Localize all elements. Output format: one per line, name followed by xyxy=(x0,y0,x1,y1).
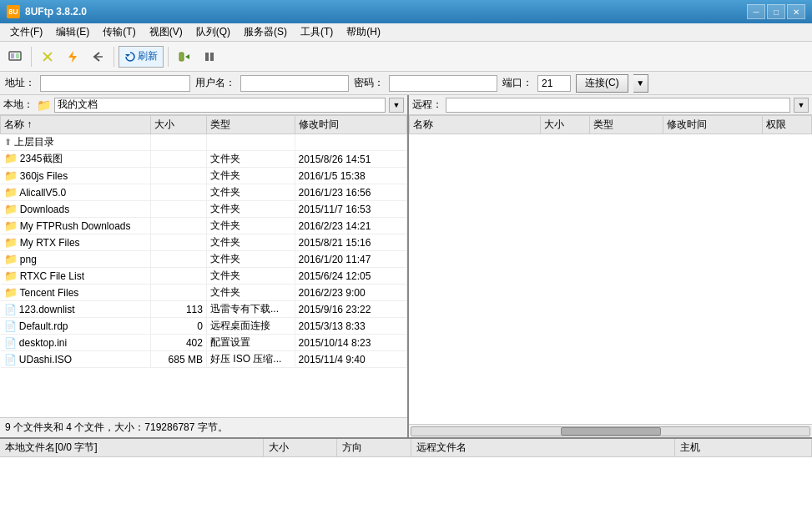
col-date-header[interactable]: 修改时间 xyxy=(295,116,406,134)
remote-col-type[interactable]: 类型 xyxy=(589,116,663,134)
file-type: 文件夹 xyxy=(206,251,295,268)
menu-help[interactable]: 帮助(H) xyxy=(340,23,387,41)
toolbar-back-btn[interactable] xyxy=(86,45,109,68)
remote-path-dropdown[interactable]: ▼ xyxy=(794,98,809,113)
table-row[interactable]: 📁 My RTX Files 文件夹 2015/8/21 15:16 xyxy=(1,234,407,251)
svg-marker-5 xyxy=(68,51,77,63)
minimize-button[interactable]: ─ xyxy=(747,4,765,19)
remote-col-name[interactable]: 名称 xyxy=(410,116,541,134)
file-size: 0 xyxy=(150,318,206,335)
remote-col-date[interactable]: 修改时间 xyxy=(663,116,762,134)
col-type-header[interactable]: 类型 xyxy=(206,116,295,134)
file-date: 2015/3/13 8:33 xyxy=(295,318,406,335)
connect-dropdown[interactable]: ▼ xyxy=(633,74,648,93)
remote-hscroll-thumb[interactable] xyxy=(561,427,661,436)
pass-input[interactable] xyxy=(389,75,497,92)
file-type: 文件夹 xyxy=(206,201,295,218)
app-icon: 8U xyxy=(7,5,20,18)
table-row[interactable]: 📄 Default.rdp 0 远程桌面连接 2015/3/13 8:33 xyxy=(1,318,407,335)
file-date: 2015/6/24 12:05 xyxy=(295,268,406,285)
connect-button[interactable]: 连接(C) xyxy=(576,74,628,93)
remote-table-header: 名称 大小 类型 修改时间 权限 xyxy=(410,116,812,134)
user-input[interactable] xyxy=(240,75,349,92)
table-row[interactable]: 📁 AlicallV5.0 文件夹 2016/1/23 16:56 xyxy=(1,184,407,201)
addr-label: 地址： xyxy=(5,76,35,90)
table-row[interactable]: ⬆ 上层目录 xyxy=(1,134,407,151)
toolbar-connect-btn[interactable] xyxy=(3,45,27,68)
remote-panel-header: 远程： ▼ xyxy=(409,95,812,115)
file-name: 📁 Tencent Files xyxy=(1,285,151,301)
file-type: 文件夹 xyxy=(206,151,295,168)
remote-col-perm[interactable]: 权限 xyxy=(762,116,811,134)
queue-col-dir: 方向 xyxy=(337,439,411,456)
menu-tools[interactable]: 工具(T) xyxy=(294,23,340,41)
file-type: 文件夹 xyxy=(206,268,295,285)
table-row[interactable]: 📁 Tencent Files 文件夹 2016/2/23 9:00 xyxy=(1,285,407,301)
file-name: 📄 desktop.ini xyxy=(1,335,151,351)
col-size-header[interactable]: 大小 xyxy=(150,116,206,134)
file-type xyxy=(206,134,295,151)
close-button[interactable]: ✕ xyxy=(787,4,805,19)
table-row[interactable]: 📁 png 文件夹 2016/1/20 11:47 xyxy=(1,251,407,268)
svg-marker-8 xyxy=(185,54,189,59)
titlebar-left: 8U 8UFtp 3.8.2.0 xyxy=(7,5,87,18)
file-date: 2015/9/16 23:22 xyxy=(295,301,406,318)
addr-input[interactable] xyxy=(40,75,190,92)
table-row[interactable]: 📁 360js Files 文件夹 2016/1/5 15:38 xyxy=(1,168,407,184)
toolbar-disconnect-btn[interactable] xyxy=(36,45,59,68)
table-row[interactable]: 📄 UDashi.ISO 685 MB 好压 ISO 压缩... 2015/11… xyxy=(1,351,407,368)
remote-path-input[interactable] xyxy=(446,98,790,113)
local-panel: 本地： 📁 ▼ 名称 ↑ 大小 类型 修改时间 xyxy=(0,95,409,437)
svg-rect-10 xyxy=(210,53,214,61)
menu-edit[interactable]: 编辑(E) xyxy=(49,23,96,41)
local-file-list: 名称 ↑ 大小 类型 修改时间 ⬆ 上层目录 📁 2345截图 文件夹 2015… xyxy=(0,115,407,417)
remote-col-size[interactable]: 大小 xyxy=(540,116,589,134)
remote-hscroll-bar[interactable] xyxy=(411,426,810,436)
file-size: 685 MB xyxy=(150,351,206,368)
toolbar-refresh-btn[interactable]: 刷新 xyxy=(119,46,164,68)
port-input[interactable] xyxy=(537,75,571,92)
table-row[interactable]: 📄 123.downlist 113 迅雷专有下载... 2015/9/16 2… xyxy=(1,301,407,318)
remote-file-list: 名称 大小 类型 修改时间 权限 xyxy=(409,115,812,424)
file-type: 文件夹 xyxy=(206,184,295,201)
toolbar-pause-btn[interactable] xyxy=(198,45,221,68)
file-size xyxy=(150,251,206,268)
file-size xyxy=(150,285,206,301)
queue-col-remote: 远程文件名 xyxy=(411,439,675,456)
file-type: 文件夹 xyxy=(206,168,295,184)
file-size: 113 xyxy=(150,301,206,318)
table-row[interactable]: 📁 RTXC File List 文件夹 2015/6/24 12:05 xyxy=(1,268,407,285)
table-row[interactable]: 📁 2345截图 文件夹 2015/8/26 14:51 xyxy=(1,151,407,168)
menu-view[interactable]: 视图(V) xyxy=(143,23,189,41)
remote-hscroll[interactable] xyxy=(409,424,812,437)
menu-server[interactable]: 服务器(S) xyxy=(237,23,294,41)
file-date: 2016/2/23 14:21 xyxy=(295,218,406,234)
local-path-input[interactable] xyxy=(54,98,386,113)
file-type: 迅雷专有下载... xyxy=(206,301,295,318)
user-label: 用户名： xyxy=(195,76,235,90)
toolbar-flash-btn[interactable] xyxy=(61,45,84,68)
table-row[interactable]: 📁 Downloads 文件夹 2015/11/7 16:53 xyxy=(1,201,407,218)
local-path-dropdown[interactable]: ▼ xyxy=(389,98,404,113)
file-type: 文件夹 xyxy=(206,285,295,301)
queue-body xyxy=(0,457,812,514)
menu-transfer[interactable]: 传输(T) xyxy=(96,23,142,41)
local-table-body: ⬆ 上层目录 📁 2345截图 文件夹 2015/8/26 14:51 📁 36… xyxy=(1,134,407,368)
file-name: 📄 123.downlist xyxy=(1,301,151,318)
col-name-header[interactable]: 名称 ↑ xyxy=(1,116,151,134)
table-row[interactable]: 📁 My FTPRush Downloads 文件夹 2016/2/23 14:… xyxy=(1,218,407,234)
svg-rect-1 xyxy=(11,53,14,58)
file-date: 2016/1/20 11:47 xyxy=(295,251,406,268)
maximize-button[interactable]: □ xyxy=(767,4,785,19)
file-date xyxy=(295,134,406,151)
toolbar-transfer-btn[interactable] xyxy=(173,45,196,68)
file-size: 402 xyxy=(150,335,206,351)
table-row[interactable]: 📄 desktop.ini 402 配置设置 2015/10/14 8:23 xyxy=(1,335,407,351)
menu-file[interactable]: 文件(F) xyxy=(3,23,49,41)
file-type: 文件夹 xyxy=(206,218,295,234)
file-name: 📁 AlicallV5.0 xyxy=(1,184,151,201)
file-name: 📁 png xyxy=(1,251,151,268)
remote-table: 名称 大小 类型 修改时间 权限 xyxy=(409,115,812,134)
local-table-header: 名称 ↑ 大小 类型 修改时间 xyxy=(1,116,407,134)
menu-queue[interactable]: 队列(Q) xyxy=(189,23,237,41)
